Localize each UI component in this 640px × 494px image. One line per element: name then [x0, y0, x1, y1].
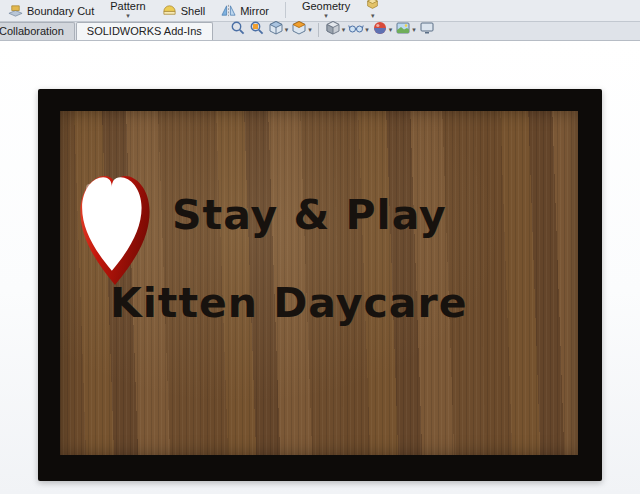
pattern-label: Pattern [110, 0, 145, 12]
tab-collaboration-label: Collaboration [0, 25, 64, 37]
tab-collaboration[interactable]: Collaboration [0, 22, 75, 40]
toolbar-separator [285, 2, 286, 18]
chevron-down-icon[interactable]: ▾ [324, 12, 328, 19]
chevron-down-icon[interactable]: ▾ [412, 26, 416, 34]
commandmanager-tab-strip: Collaboration SOLIDWORKS Add-Ins [0, 22, 640, 41]
geometry-button[interactable]: Geometry ▾ [302, 0, 350, 19]
view-settings-button[interactable] [419, 21, 435, 38]
pattern-button[interactable]: Pattern ▾ [110, 0, 145, 19]
sign-text-line2: Kitten Daycare [110, 283, 467, 324]
chevron-down-icon[interactable]: ▾ [389, 26, 393, 34]
solidworks-window: Boundary Cut Pattern ▾ Shell [0, 0, 640, 494]
view-orientation-button[interactable]: ▾ [268, 21, 289, 38]
heads-up-view-toolbar: ▾ ▾ [230, 21, 435, 40]
sign-text-line1: Stay & Play [172, 195, 447, 236]
mirror-icon [221, 3, 236, 18]
tab-solidworks-addins-label: SOLIDWORKS Add-Ins [87, 25, 202, 37]
chevron-down-icon[interactable]: ▾ [308, 26, 312, 34]
heart-graphic [74, 169, 156, 289]
chevron-down-icon[interactable]: ▾ [371, 12, 375, 19]
boundary-cut-icon [8, 3, 23, 18]
shell-icon [162, 3, 177, 18]
hide-show-items-icon [348, 20, 364, 40]
display-style-button[interactable]: ▾ [325, 21, 346, 38]
sign-frame: Stay & Play Kitten Daycare [38, 89, 602, 481]
command-toolbar: Boundary Cut Pattern ▾ Shell [0, 0, 640, 22]
apply-scene-button[interactable]: ▾ [395, 21, 416, 38]
mirror-button[interactable]: Mirror [221, 3, 269, 19]
display-style-icon [325, 20, 341, 40]
zoom-area-icon [249, 20, 265, 40]
edit-appearance-icon [372, 20, 388, 40]
graphics-viewport[interactable]: Stay & Play Kitten Daycare [0, 41, 640, 494]
chevron-down-icon[interactable]: ▾ [126, 12, 130, 19]
section-view-icon [291, 20, 307, 40]
tab-solidworks-addins[interactable]: SOLIDWORKS Add-Ins [76, 22, 213, 40]
boundary-cut-button[interactable]: Boundary Cut [8, 3, 94, 19]
view-settings-icon [419, 20, 435, 40]
view-orientation-icon [268, 20, 284, 40]
hide-show-items-button[interactable]: ▾ [348, 21, 369, 38]
mirror-label: Mirror [240, 5, 269, 17]
sign-wood-panel: Stay & Play Kitten Daycare [60, 111, 578, 455]
chevron-down-icon[interactable]: ▾ [342, 26, 346, 34]
shell-label: Shell [181, 5, 205, 17]
zoom-area-button[interactable] [249, 21, 265, 38]
chevron-down-icon[interactable]: ▾ [285, 26, 289, 34]
shell-button[interactable]: Shell [162, 3, 205, 19]
more-features-button[interactable]: ▾ [366, 0, 379, 19]
chevron-down-icon[interactable]: ▾ [365, 26, 369, 34]
feature-cube-icon [366, 0, 379, 12]
geometry-label: Geometry [302, 0, 350, 12]
toolbar-separator [318, 23, 319, 37]
edit-appearance-button[interactable]: ▾ [372, 21, 393, 38]
boundary-cut-label: Boundary Cut [27, 5, 94, 17]
zoom-to-fit-icon [230, 20, 246, 40]
zoom-to-fit-button[interactable] [230, 21, 246, 38]
section-view-button[interactable]: ▾ [291, 21, 312, 38]
apply-scene-icon [395, 20, 411, 40]
